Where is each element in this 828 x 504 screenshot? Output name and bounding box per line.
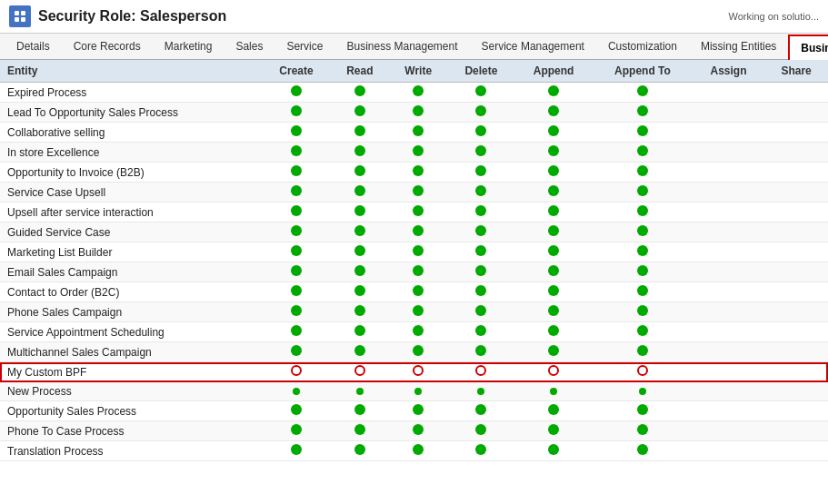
- cell-create[interactable]: [262, 83, 330, 103]
- permission-dot-filled[interactable]: [637, 125, 648, 136]
- cell-assign[interactable]: [693, 282, 764, 302]
- cell-read[interactable]: [331, 362, 389, 382]
- permission-dot-filled[interactable]: [354, 225, 365, 236]
- cell-share[interactable]: [764, 222, 828, 242]
- permission-dot-filled[interactable]: [637, 145, 648, 156]
- cell-append[interactable]: [514, 203, 593, 222]
- cell-append[interactable]: [514, 123, 593, 143]
- cell-append_to[interactable]: [593, 83, 693, 103]
- cell-append[interactable]: [514, 83, 593, 103]
- cell-append_to[interactable]: [593, 123, 693, 143]
- permission-dot-filled[interactable]: [413, 404, 424, 415]
- permission-dot-filled[interactable]: [354, 125, 365, 136]
- tab-business-management[interactable]: Business Management: [334, 34, 469, 59]
- permission-dot-filled[interactable]: [291, 125, 302, 136]
- permission-dot-filled[interactable]: [413, 185, 424, 196]
- cell-assign[interactable]: [693, 83, 764, 103]
- permission-dot-filled[interactable]: [413, 205, 424, 216]
- tab-business-process-flows[interactable]: Business Process Flows: [788, 35, 828, 60]
- cell-delete[interactable]: [448, 83, 515, 103]
- cell-delete[interactable]: [448, 441, 515, 461]
- cell-assign[interactable]: [693, 302, 764, 322]
- cell-share[interactable]: [764, 401, 828, 421]
- cell-read[interactable]: [331, 342, 389, 362]
- cell-assign[interactable]: [693, 242, 764, 262]
- cell-create[interactable]: [262, 183, 330, 203]
- cell-write[interactable]: [389, 123, 448, 143]
- cell-write[interactable]: [389, 242, 448, 262]
- cell-assign[interactable]: [693, 103, 764, 123]
- permission-dot-filled[interactable]: [291, 404, 302, 415]
- cell-create[interactable]: [262, 103, 330, 123]
- cell-append_to[interactable]: [593, 143, 693, 163]
- cell-append_to[interactable]: [593, 302, 693, 322]
- permission-dot-empty[interactable]: [475, 365, 486, 376]
- cell-read[interactable]: [331, 203, 389, 222]
- permission-dot-filled[interactable]: [413, 444, 424, 455]
- permission-dot-filled[interactable]: [291, 424, 302, 435]
- permission-dot-small[interactable]: [477, 388, 484, 395]
- permission-dot-filled[interactable]: [291, 305, 302, 316]
- cell-read[interactable]: [331, 242, 389, 262]
- cell-assign[interactable]: [693, 123, 764, 143]
- cell-delete[interactable]: [448, 262, 515, 282]
- cell-delete[interactable]: [448, 183, 515, 203]
- cell-append[interactable]: [514, 401, 593, 421]
- permission-dot-filled[interactable]: [637, 345, 648, 356]
- permission-dot-filled[interactable]: [475, 265, 486, 276]
- cell-delete[interactable]: [448, 401, 515, 421]
- permission-dot-filled[interactable]: [548, 125, 559, 136]
- permission-dot-filled[interactable]: [548, 245, 559, 256]
- cell-assign[interactable]: [693, 183, 764, 203]
- cell-read[interactable]: [331, 143, 389, 163]
- permission-dot-filled[interactable]: [354, 305, 365, 316]
- cell-delete[interactable]: [448, 322, 515, 342]
- permission-dot-filled[interactable]: [475, 404, 486, 415]
- cell-append_to[interactable]: [593, 183, 693, 203]
- permission-dot-filled[interactable]: [637, 185, 648, 196]
- cell-read[interactable]: [331, 302, 389, 322]
- cell-create[interactable]: [262, 203, 330, 222]
- cell-append_to[interactable]: [593, 203, 693, 222]
- cell-append[interactable]: [514, 302, 593, 322]
- permission-dot-filled[interactable]: [475, 285, 486, 296]
- cell-assign[interactable]: [693, 342, 764, 362]
- permission-dot-filled[interactable]: [291, 85, 302, 96]
- cell-read[interactable]: [331, 382, 389, 401]
- cell-delete[interactable]: [448, 143, 515, 163]
- permission-dot-filled[interactable]: [354, 424, 365, 435]
- permission-dot-filled[interactable]: [548, 444, 559, 455]
- cell-write[interactable]: [389, 183, 448, 203]
- cell-append_to[interactable]: [593, 382, 693, 401]
- permission-dot-filled[interactable]: [413, 245, 424, 256]
- cell-write[interactable]: [389, 262, 448, 282]
- cell-read[interactable]: [331, 322, 389, 342]
- cell-share[interactable]: [764, 163, 828, 183]
- permission-dot-filled[interactable]: [475, 185, 486, 196]
- permission-dot-filled[interactable]: [291, 444, 302, 455]
- cell-create[interactable]: [262, 262, 330, 282]
- permission-dot-filled[interactable]: [548, 185, 559, 196]
- tab-core-records[interactable]: Core Records: [62, 34, 153, 59]
- permission-dot-filled[interactable]: [548, 325, 559, 336]
- cell-assign[interactable]: [693, 262, 764, 282]
- permission-dot-filled[interactable]: [475, 345, 486, 356]
- permission-dot-empty[interactable]: [637, 365, 648, 376]
- permission-dot-empty[interactable]: [354, 365, 365, 376]
- cell-append[interactable]: [514, 382, 593, 401]
- permission-dot-filled[interactable]: [637, 105, 648, 116]
- permission-dot-filled[interactable]: [354, 105, 365, 116]
- permission-dot-filled[interactable]: [475, 145, 486, 156]
- cell-share[interactable]: [764, 203, 828, 222]
- cell-create[interactable]: [262, 342, 330, 362]
- cell-write[interactable]: [389, 401, 448, 421]
- permission-dot-empty[interactable]: [548, 365, 559, 376]
- permission-dot-filled[interactable]: [354, 165, 365, 176]
- permission-dot-filled[interactable]: [475, 424, 486, 435]
- permission-dot-filled[interactable]: [475, 85, 486, 96]
- permission-dot-filled[interactable]: [475, 305, 486, 316]
- cell-assign[interactable]: [693, 362, 764, 382]
- tab-service[interactable]: Service: [274, 34, 334, 59]
- permission-dot-filled[interactable]: [475, 225, 486, 236]
- cell-share[interactable]: [764, 83, 828, 103]
